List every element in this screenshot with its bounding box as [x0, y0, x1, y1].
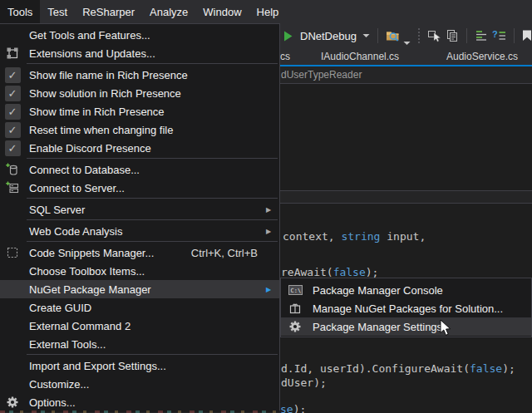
menubar-item-resharper[interactable]: ReSharper [75, 0, 142, 23]
check-icon: ✓ [5, 104, 21, 120]
menu-item-show-file-name-in-rich-presence[interactable]: ✓Show file name in Rich Presence [0, 66, 279, 84]
format-document-icon[interactable] [475, 29, 488, 42]
nuget-submenu-popup: C:\Package Manager ConsoleManage NuGet P… [280, 278, 532, 337]
menu-item-code-snippets-manager[interactable]: Code Snippets Manager...Ctrl+K, Ctrl+B [0, 243, 279, 262]
menu-separator [27, 198, 278, 199]
tools-menu-popup: Get Tools and Features...Extensions and … [0, 23, 280, 413]
menubar-item-window[interactable]: Window [195, 0, 249, 23]
menu-item-label: External Command 2 [25, 320, 264, 332]
code-line: se); [280, 404, 306, 413]
menubar-item-analyze[interactable]: Analyze [142, 0, 195, 23]
bookmark-icon[interactable] [522, 30, 532, 42]
menu-item-label: Options... [25, 396, 264, 409]
menu-separator [27, 241, 278, 242]
check-icon: ✓ [5, 140, 21, 156]
menu-item-connect-to-database[interactable]: Connect to Database... [0, 160, 279, 179]
menu-item-external-command-2[interactable]: External Command 2 [0, 317, 279, 335]
check-icon: ✓ [5, 67, 21, 83]
menu-item-customize[interactable]: Customize... [0, 375, 279, 393]
tab-audioservice-cs[interactable]: AudioService.cs [446, 48, 518, 65]
menubar-item-help[interactable]: Help [249, 0, 287, 23]
menu-item-label: Show file name in Rich Presence [25, 69, 264, 81]
menu-item-label: Connect to Server... [25, 182, 264, 194]
menu-item-import-and-export-settings[interactable]: Import and Export Settings... [0, 356, 279, 375]
menu-item-label: Import and Export Settings... [25, 360, 264, 372]
find-in-files-icon[interactable] [386, 29, 401, 42]
run-config-label[interactable]: DNetDebug [298, 30, 358, 42]
menu-item-label: Enable Discord Presence [25, 142, 264, 155]
menu-item-label: Connect to Database... [25, 164, 264, 176]
menu-item-reset-time-when-changing-file[interactable]: ✓Reset time when changing file [0, 120, 279, 139]
menu-item-show-solution-in-rich-presence[interactable]: ✓Show solution in Rich Presence [0, 84, 279, 102]
menubar-item-test[interactable]: Test [40, 0, 75, 23]
menu-item-label: Choose Toolbox Items... [25, 265, 264, 278]
code-line: dUser); [281, 377, 327, 389]
menu-item-shortcut: Ctrl+K, Ctrl+B [191, 247, 264, 259]
menu-item-external-tools[interactable]: External Tools... [0, 335, 279, 353]
code-line: d.Id, userId).ConfigureAwait(false); [281, 363, 515, 375]
menu-item-nuget-package-manager[interactable]: NuGet Package Manager▶ [0, 280, 279, 298]
mouse-cursor [440, 319, 451, 340]
extensions-icon [0, 47, 25, 60]
menu-item-sql-server[interactable]: SQL Server▶ [0, 200, 279, 219]
menu-item-enable-discord-presence[interactable]: ✓Enable Discord Presence [0, 139, 279, 157]
menu-item-choose-toolbox-items[interactable]: Choose Toolbox Items... [0, 262, 279, 280]
menu-separator [27, 354, 278, 355]
menu-item-label: NuGet Package Manager [25, 283, 264, 296]
svg-text:?: ? [492, 29, 498, 39]
menu-item-label: Create GUID [25, 302, 264, 314]
play-icon[interactable] [282, 30, 294, 42]
tab-iaudiochannel-cs[interactable]: IAudioChannel.cs [321, 48, 399, 65]
menu-separator [27, 219, 278, 220]
menu-item-label: Package Manager Settings [309, 321, 516, 333]
check-icon: ✓ [0, 67, 25, 83]
menu-item-label: Web Code Analysis [25, 225, 264, 238]
menu-item-label: Code Snippets Manager... [25, 247, 191, 259]
menu-item-label: Extensions and Updates... [25, 47, 264, 60]
check-icon: ✓ [5, 86, 21, 101]
submenu-arrow-icon: ▶ [264, 206, 279, 214]
menu-item-package-manager-settings[interactable]: Package Manager Settings [281, 317, 531, 336]
menu-item-get-tools-and-features[interactable]: Get Tools and Features... [0, 26, 279, 44]
code-line: reAwait(false); [281, 267, 378, 278]
navigate-icon[interactable] [427, 29, 441, 42]
menu-item-label: Get Tools and Features... [25, 29, 264, 42]
menu-item-label: SQL Server [25, 204, 264, 216]
tab-partial[interactable]: cs [280, 48, 290, 65]
format-selection-icon[interactable]: ? [492, 29, 506, 42]
menu-separator [27, 158, 278, 159]
menu-item-web-code-analysis[interactable]: Web Code Analysis▶ [0, 222, 279, 240]
submenu-arrow-icon: ▶ [264, 286, 279, 293]
menu-item-manage-nuget-packages-for-solution[interactable]: Manage NuGet Packages for Solution... [281, 299, 531, 317]
submenu-arrow-icon: ▶ [264, 228, 279, 235]
toolbar-separator [466, 28, 467, 43]
menu-separator [27, 63, 278, 64]
menu-item-create-guid[interactable]: Create GUID [0, 298, 279, 317]
menubar-item-tools[interactable]: Tools [0, 0, 40, 23]
package-icon [281, 302, 309, 315]
toolbar-separator [514, 28, 515, 43]
check-icon: ✓ [0, 140, 25, 156]
caret-down-icon[interactable] [403, 41, 411, 46]
menu-item-show-time-in-rich-presence[interactable]: ✓Show time in Rich Presence [0, 102, 279, 120]
check-icon: ✓ [0, 104, 25, 120]
svg-text:C:\: C:\ [290, 288, 301, 294]
menu-item-options[interactable]: Options... [0, 393, 279, 411]
toolbar-separator [377, 28, 378, 43]
code-line: context, string input, [283, 231, 426, 243]
toolbar-drag-handle [418, 28, 420, 43]
console-icon: C:\ [281, 284, 309, 296]
menu-item-package-manager-console[interactable]: C:\Package Manager Console [281, 281, 531, 299]
duplicate-icon[interactable] [446, 29, 459, 42]
menu-item-label: Reset time when changing file [25, 124, 264, 136]
database-connect-icon [0, 163, 25, 176]
menu-item-extensions-and-updates[interactable]: Extensions and Updates... [0, 44, 279, 62]
server-connect-icon [0, 181, 25, 194]
check-icon: ✓ [5, 122, 21, 138]
gear-icon [0, 396, 25, 409]
check-icon: ✓ [0, 86, 25, 101]
caret-down-icon[interactable] [362, 33, 370, 38]
menu-item-connect-to-server[interactable]: Connect to Server... [0, 179, 279, 197]
editor-splitter[interactable] [280, 190, 532, 204]
menu-item-label: Manage NuGet Packages for Solution... [309, 302, 516, 315]
